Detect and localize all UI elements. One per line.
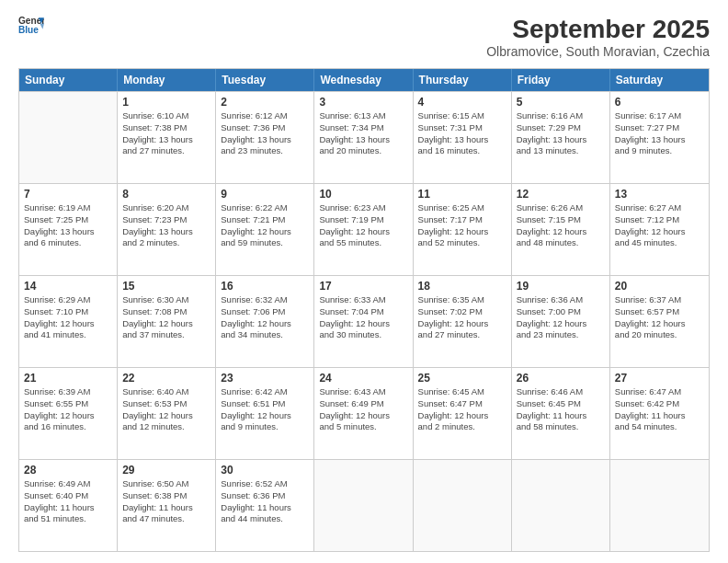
day-cell-16: 16Sunrise: 6:32 AM Sunset: 7:06 PM Dayli… [216, 276, 314, 367]
day-number: 18 [418, 280, 506, 293]
day-cell-22: 22Sunrise: 6:40 AM Sunset: 6:53 PM Dayli… [118, 368, 216, 459]
day-number: 16 [221, 280, 309, 293]
day-cell-24: 24Sunrise: 6:43 AM Sunset: 6:49 PM Dayli… [314, 368, 413, 459]
day-info: Sunrise: 6:45 AM Sunset: 6:47 PM Dayligh… [418, 386, 506, 433]
day-number: 20 [615, 280, 704, 293]
day-info: Sunrise: 6:19 AM Sunset: 7:25 PM Dayligh… [24, 202, 112, 249]
day-cell-23: 23Sunrise: 6:42 AM Sunset: 6:51 PM Dayli… [216, 368, 314, 459]
weekday-header-thursday: Thursday [414, 69, 512, 91]
day-cell-7: 7Sunrise: 6:19 AM Sunset: 7:25 PM Daylig… [19, 184, 118, 275]
day-number: 1 [122, 96, 210, 109]
empty-cell [314, 460, 413, 551]
day-cell-13: 13Sunrise: 6:27 AM Sunset: 7:12 PM Dayli… [610, 184, 709, 275]
day-cell-9: 9Sunrise: 6:22 AM Sunset: 7:21 PM Daylig… [216, 184, 314, 275]
title-block: September 2025 Olbramovice, South Moravi… [486, 15, 710, 59]
day-number: 30 [221, 464, 309, 477]
weekday-header-monday: Monday [118, 69, 216, 91]
day-cell-14: 14Sunrise: 6:29 AM Sunset: 7:10 PM Dayli… [19, 276, 118, 367]
day-info: Sunrise: 6:16 AM Sunset: 7:29 PM Dayligh… [517, 110, 605, 157]
day-info: Sunrise: 6:25 AM Sunset: 7:17 PM Dayligh… [418, 202, 506, 249]
empty-cell [512, 460, 610, 551]
weekday-header-tuesday: Tuesday [216, 69, 314, 91]
day-number: 2 [221, 96, 309, 109]
day-cell-29: 29Sunrise: 6:50 AM Sunset: 6:38 PM Dayli… [118, 460, 216, 551]
day-number: 21 [24, 372, 112, 385]
calendar-week-1: 1Sunrise: 6:10 AM Sunset: 7:38 PM Daylig… [19, 91, 709, 183]
day-info: Sunrise: 6:47 AM Sunset: 6:42 PM Dayligh… [615, 386, 704, 433]
day-number: 14 [24, 280, 112, 293]
day-info: Sunrise: 6:26 AM Sunset: 7:15 PM Dayligh… [517, 202, 605, 249]
logo: General Blue [18, 15, 44, 35]
day-number: 22 [122, 372, 210, 385]
day-cell-6: 6Sunrise: 6:17 AM Sunset: 7:27 PM Daylig… [610, 92, 709, 183]
day-cell-19: 19Sunrise: 6:36 AM Sunset: 7:00 PM Dayli… [512, 276, 610, 367]
day-info: Sunrise: 6:12 AM Sunset: 7:36 PM Dayligh… [221, 110, 309, 157]
day-info: Sunrise: 6:29 AM Sunset: 7:10 PM Dayligh… [24, 294, 112, 341]
weekday-header-wednesday: Wednesday [314, 69, 413, 91]
day-number: 10 [319, 188, 407, 201]
calendar-week-5: 28Sunrise: 6:49 AM Sunset: 6:40 PM Dayli… [19, 459, 709, 551]
day-number: 5 [517, 96, 605, 109]
empty-cell [610, 460, 709, 551]
day-info: Sunrise: 6:23 AM Sunset: 7:19 PM Dayligh… [319, 202, 407, 249]
day-cell-8: 8Sunrise: 6:20 AM Sunset: 7:23 PM Daylig… [118, 184, 216, 275]
day-info: Sunrise: 6:30 AM Sunset: 7:08 PM Dayligh… [122, 294, 210, 341]
day-number: 8 [122, 188, 210, 201]
day-info: Sunrise: 6:32 AM Sunset: 7:06 PM Dayligh… [221, 294, 309, 341]
svg-text:Blue: Blue [18, 25, 39, 35]
day-info: Sunrise: 6:33 AM Sunset: 7:04 PM Dayligh… [319, 294, 407, 341]
day-info: Sunrise: 6:27 AM Sunset: 7:12 PM Dayligh… [615, 202, 704, 249]
day-cell-28: 28Sunrise: 6:49 AM Sunset: 6:40 PM Dayli… [19, 460, 118, 551]
day-number: 6 [615, 96, 704, 109]
day-cell-18: 18Sunrise: 6:35 AM Sunset: 7:02 PM Dayli… [414, 276, 512, 367]
day-info: Sunrise: 6:36 AM Sunset: 7:00 PM Dayligh… [517, 294, 605, 341]
day-cell-30: 30Sunrise: 6:52 AM Sunset: 6:36 PM Dayli… [216, 460, 314, 551]
page: General Blue September 2025 Olbramovice,… [0, 0, 728, 563]
location-title: Olbramovice, South Moravian, Czechia [486, 44, 710, 59]
calendar-body: 1Sunrise: 6:10 AM Sunset: 7:38 PM Daylig… [19, 91, 709, 551]
day-info: Sunrise: 6:10 AM Sunset: 7:38 PM Dayligh… [122, 110, 210, 157]
day-cell-4: 4Sunrise: 6:15 AM Sunset: 7:31 PM Daylig… [414, 92, 512, 183]
day-cell-26: 26Sunrise: 6:46 AM Sunset: 6:45 PM Dayli… [512, 368, 610, 459]
day-info: Sunrise: 6:43 AM Sunset: 6:49 PM Dayligh… [319, 386, 407, 433]
day-info: Sunrise: 6:17 AM Sunset: 7:27 PM Dayligh… [615, 110, 704, 157]
calendar: SundayMondayTuesdayWednesdayThursdayFrid… [18, 68, 710, 552]
day-number: 13 [615, 188, 704, 201]
day-number: 15 [122, 280, 210, 293]
day-cell-15: 15Sunrise: 6:30 AM Sunset: 7:08 PM Dayli… [118, 276, 216, 367]
day-info: Sunrise: 6:15 AM Sunset: 7:31 PM Dayligh… [418, 110, 506, 157]
logo-icon: General Blue [18, 15, 44, 35]
calendar-week-4: 21Sunrise: 6:39 AM Sunset: 6:55 PM Dayli… [19, 367, 709, 459]
month-title: September 2025 [486, 15, 710, 44]
weekday-header-saturday: Saturday [610, 69, 709, 91]
day-info: Sunrise: 6:13 AM Sunset: 7:34 PM Dayligh… [319, 110, 407, 157]
weekday-header-friday: Friday [512, 69, 610, 91]
day-info: Sunrise: 6:49 AM Sunset: 6:40 PM Dayligh… [24, 478, 112, 525]
day-info: Sunrise: 6:35 AM Sunset: 7:02 PM Dayligh… [418, 294, 506, 341]
day-cell-5: 5Sunrise: 6:16 AM Sunset: 7:29 PM Daylig… [512, 92, 610, 183]
day-info: Sunrise: 6:46 AM Sunset: 6:45 PM Dayligh… [517, 386, 605, 433]
day-info: Sunrise: 6:20 AM Sunset: 7:23 PM Dayligh… [122, 202, 210, 249]
day-cell-20: 20Sunrise: 6:37 AM Sunset: 6:57 PM Dayli… [610, 276, 709, 367]
calendar-header: SundayMondayTuesdayWednesdayThursdayFrid… [19, 69, 709, 91]
day-number: 19 [517, 280, 605, 293]
day-info: Sunrise: 6:40 AM Sunset: 6:53 PM Dayligh… [122, 386, 210, 433]
day-number: 25 [418, 372, 506, 385]
day-number: 17 [319, 280, 407, 293]
day-number: 11 [418, 188, 506, 201]
day-number: 4 [418, 96, 506, 109]
day-number: 3 [319, 96, 407, 109]
day-info: Sunrise: 6:39 AM Sunset: 6:55 PM Dayligh… [24, 386, 112, 433]
day-number: 27 [615, 372, 704, 385]
calendar-week-2: 7Sunrise: 6:19 AM Sunset: 7:25 PM Daylig… [19, 183, 709, 275]
day-info: Sunrise: 6:37 AM Sunset: 6:57 PM Dayligh… [615, 294, 704, 341]
day-cell-2: 2Sunrise: 6:12 AM Sunset: 7:36 PM Daylig… [216, 92, 314, 183]
day-cell-27: 27Sunrise: 6:47 AM Sunset: 6:42 PM Dayli… [610, 368, 709, 459]
day-info: Sunrise: 6:52 AM Sunset: 6:36 PM Dayligh… [221, 478, 309, 525]
day-number: 26 [517, 372, 605, 385]
day-number: 7 [24, 188, 112, 201]
svg-marker-3 [40, 23, 44, 29]
weekday-header-sunday: Sunday [19, 69, 118, 91]
day-number: 12 [517, 188, 605, 201]
day-cell-10: 10Sunrise: 6:23 AM Sunset: 7:19 PM Dayli… [314, 184, 413, 275]
